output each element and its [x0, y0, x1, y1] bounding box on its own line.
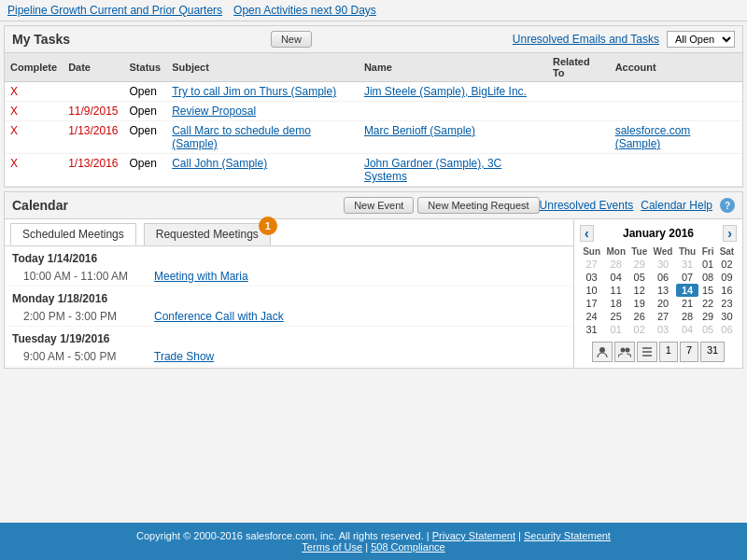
mini-cal-day[interactable]: 02 [717, 258, 737, 271]
complete-x-link[interactable]: X [10, 85, 18, 98]
mini-cal-day[interactable]: 31 [580, 323, 603, 336]
mini-cal-day[interactable]: 09 [717, 271, 737, 284]
task-related-cell [547, 121, 610, 154]
list-item: 9:00 AM - 5:00 PM Trade Show [5, 347, 573, 367]
mini-cal-day[interactable]: 08 [698, 271, 717, 284]
task-account-cell: salesforce.com (Sample) [610, 121, 742, 154]
help-icon[interactable]: ? [720, 198, 735, 213]
mini-calendar-header: ‹ January 2016 › [580, 225, 737, 242]
month-view-button[interactable]: 31 [700, 342, 725, 362]
mini-cal-day[interactable]: 03 [650, 323, 676, 336]
mini-cal-day[interactable]: 10 [580, 284, 603, 297]
unresolved-link[interactable]: Unresolved Emails and Tasks [513, 33, 659, 46]
mini-cal-day[interactable]: 04 [603, 271, 628, 284]
mini-cal-day-header: Fri [698, 245, 717, 258]
task-account-link[interactable]: salesforce.com (Sample) [615, 124, 691, 150]
mini-cal-day[interactable]: 15 [698, 284, 717, 297]
table-row: X 1/13/2016 Open Call John (Sample) John… [5, 154, 742, 187]
unresolved-events-link[interactable]: Unresolved Events [540, 199, 634, 212]
mini-cal-day[interactable]: 27 [580, 258, 603, 271]
col-name: Name [359, 53, 547, 82]
mini-cal-day[interactable]: 18 [603, 297, 628, 310]
task-subject-link[interactable]: Call Marc to schedule demo (Sample) [172, 124, 311, 150]
task-subject-link[interactable]: Review Proposal [172, 105, 256, 118]
complete-x-link[interactable]: X [10, 124, 18, 137]
mini-cal-day[interactable]: 30 [650, 258, 676, 271]
mini-cal-day[interactable]: 11 [603, 284, 628, 297]
mini-cal-day-header: Sun [580, 245, 603, 258]
mini-cal-day[interactable]: 02 [628, 323, 650, 336]
mini-cal-day[interactable]: 26 [628, 310, 650, 323]
mini-cal-day[interactable]: 13 [650, 284, 676, 297]
task-status-cell: Open [124, 154, 167, 187]
mini-cal-day[interactable]: 28 [676, 310, 698, 323]
new-task-button[interactable]: New [271, 31, 312, 48]
mini-cal-day[interactable]: 23 [717, 297, 737, 310]
day-view-button[interactable]: 1 [659, 342, 678, 362]
mini-cal-day[interactable]: 17 [580, 297, 603, 310]
calendar-section: Calendar New Event New Meeting Request U… [4, 191, 743, 369]
tab-requested-meetings[interactable]: Requested Meetings 1 [144, 223, 271, 245]
event-title-link[interactable]: Trade Show [154, 350, 214, 363]
person-view-button[interactable] [592, 342, 613, 362]
next-month-button[interactable]: › [723, 225, 737, 242]
event-title-link[interactable]: Meeting with Maria [154, 270, 248, 283]
mini-cal-day[interactable]: 28 [603, 258, 628, 271]
mini-cal-day[interactable]: 06 [717, 323, 737, 336]
mini-cal-day[interactable]: 27 [650, 310, 676, 323]
mini-cal-day[interactable]: 31 [676, 258, 698, 271]
new-meeting-button[interactable]: New Meeting Request [417, 197, 539, 214]
mini-cal-day[interactable]: 21 [676, 297, 698, 310]
week-view-button[interactable]: 7 [680, 342, 698, 362]
task-filter-select[interactable]: All Open [667, 31, 735, 48]
complete-x-link[interactable]: X [10, 105, 18, 118]
terms-link[interactable]: Terms of Use [302, 541, 362, 553]
task-account-cell [610, 82, 742, 102]
calendar-events-panel: Scheduled Meetings Requested Meetings 1 … [5, 219, 574, 368]
mini-cal-day[interactable]: 29 [628, 258, 650, 271]
mini-cal-day[interactable]: 25 [603, 310, 628, 323]
complete-x-link[interactable]: X [10, 157, 18, 170]
top-bar: Pipeline Growth Current and Prior Quarte… [0, 0, 747, 21]
events-list: Today 1/14/2016 10:00 AM - 11:00 AM Meet… [5, 246, 573, 367]
tab-scheduled-meetings[interactable]: Scheduled Meetings [10, 223, 136, 245]
activities-link[interactable]: Open Activities next 90 Days [233, 4, 376, 17]
task-subject-link[interactable]: Try to call Jim on Thurs (Sample) [172, 85, 336, 98]
mini-cal-day[interactable]: 20 [650, 297, 676, 310]
task-name-link[interactable]: Marc Benioff (Sample) [364, 124, 475, 137]
mini-cal-day[interactable]: 01 [698, 258, 717, 271]
task-name-link[interactable]: John Gardner (Sample), 3C Systems [364, 157, 501, 183]
pipeline-link[interactable]: Pipeline Growth Current and Prior Quarte… [7, 4, 222, 17]
mini-cal-day[interactable]: 16 [717, 284, 737, 297]
task-subject-link[interactable]: Call John (Sample) [172, 157, 267, 170]
mini-cal-day[interactable]: 22 [698, 297, 717, 310]
mini-cal-day[interactable]: 24 [580, 310, 603, 323]
mini-cal-day[interactable]: 04 [676, 323, 698, 336]
mini-cal-day[interactable]: 19 [628, 297, 650, 310]
compliance-link[interactable]: 508 Compliance [371, 541, 445, 553]
people-view-button[interactable] [614, 342, 635, 362]
event-title-link[interactable]: Conference Call with Jack [154, 310, 284, 323]
mini-cal-day[interactable]: 12 [628, 284, 650, 297]
privacy-link[interactable]: Privacy Statement [432, 530, 515, 541]
mini-cal-day[interactable]: 30 [717, 310, 737, 323]
list-item: 10:00 AM - 11:00 AM Meeting with Maria [5, 267, 573, 287]
list-view-button[interactable] [637, 342, 657, 362]
mini-cal-day[interactable]: 05 [698, 323, 717, 336]
mini-cal-day[interactable]: 29 [698, 310, 717, 323]
task-name-link[interactable]: Jim Steele (Sample), BigLife Inc. [364, 85, 527, 98]
calendar-help-link[interactable]: Calendar Help [641, 199, 712, 212]
prev-month-button[interactable]: ‹ [580, 225, 594, 242]
mini-cal-day[interactable]: 06 [650, 271, 676, 284]
mini-cal-day[interactable]: 03 [580, 271, 603, 284]
task-date-cell: 11/9/2015 [63, 102, 123, 121]
security-link[interactable]: Security Statement [524, 530, 611, 541]
mini-cal-day[interactable]: 05 [628, 271, 650, 284]
task-subject-cell: Call John (Sample) [166, 154, 359, 187]
new-event-button[interactable]: New Event [344, 197, 414, 214]
mini-calendar-month: January 2016 [623, 227, 694, 240]
mini-cal-day[interactable]: 14 [676, 284, 698, 297]
mini-cal-day[interactable]: 07 [676, 271, 698, 284]
event-time: 9:00 AM - 5:00 PM [23, 350, 154, 363]
mini-cal-day[interactable]: 01 [603, 323, 628, 336]
